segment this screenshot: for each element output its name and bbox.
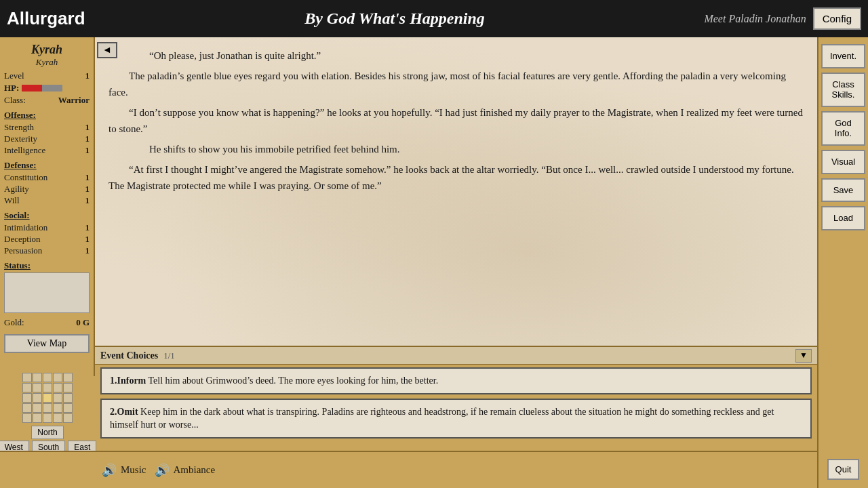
hp-bar	[22, 85, 62, 92]
intelligence-value: 1	[85, 145, 90, 156]
compass-cell	[22, 393, 32, 403]
compass-cell	[63, 403, 73, 413]
main-content: “Oh please, just Jonathan is quite alrig…	[95, 37, 817, 346]
deception-label: Deception	[4, 234, 40, 245]
gold-value: 0 G	[76, 317, 90, 328]
invent-button[interactable]: Invent.	[821, 44, 865, 68]
god-info-button[interactable]: God Info.	[821, 111, 865, 146]
character-name-sub: Kyrah	[4, 57, 90, 68]
music-label: Music	[121, 464, 146, 476]
class-skills-button[interactable]: Class Skills.	[821, 73, 865, 107]
compass-cell	[63, 393, 73, 403]
compass-cell	[53, 413, 62, 423]
ambiance-speaker-icon: 🔊	[155, 463, 170, 478]
constitution-value: 1	[85, 172, 90, 183]
load-button[interactable]: Load	[821, 206, 865, 230]
class-label: Class:	[4, 95, 26, 106]
right-panel: Invent. Class Skills. God Info. Visual S…	[817, 37, 868, 464]
event-title: By God What's Happening	[304, 9, 485, 28]
nav-buttons: North West South East	[0, 426, 96, 454]
compass-cell	[53, 373, 62, 382]
will-label: Will	[4, 195, 20, 206]
compass-cell	[33, 393, 42, 403]
event-choices-label: Event Choices	[100, 350, 158, 361]
dialogue-line-1: “Oh please, just Jonathan is quite alrig…	[129, 47, 804, 64]
right-bottom-panel: Quit	[817, 451, 868, 488]
compass-cell	[43, 403, 52, 413]
persuasion-label: Persuasion	[4, 245, 42, 256]
save-button[interactable]: Save	[821, 178, 865, 203]
choice-1-button[interactable]: 1.Inform Tell him about Grimwood’s deed.…	[100, 367, 812, 394]
hp-label: HP:	[4, 83, 19, 94]
gold-label: Gold:	[4, 317, 24, 328]
compass-cell	[53, 383, 62, 392]
dialogue-line-5: “At first I thought I might’ve angered t…	[108, 161, 804, 194]
hp-bar-fill	[22, 85, 42, 92]
compass-cell	[22, 373, 32, 382]
constitution-label: Constitution	[4, 172, 47, 183]
event-choices-bar: Event Choices 1/1 ▼	[95, 346, 817, 365]
dexterity-label: Dexterity	[4, 134, 37, 144]
north-button[interactable]: North	[31, 426, 63, 439]
visual-button[interactable]: Visual	[821, 150, 865, 174]
compass-cell	[22, 383, 32, 392]
level-value: 1	[85, 70, 90, 81]
config-button[interactable]: Config	[813, 7, 861, 30]
nav-area: North West South East	[0, 376, 95, 451]
npc-name: Meet Paladin Jonathan	[704, 13, 806, 25]
defense-section: Defense:	[4, 160, 90, 171]
intimidation-value: 1	[85, 222, 90, 233]
compass-grid	[22, 373, 73, 423]
will-value: 1	[85, 195, 90, 206]
gold-row: Gold: 0 G	[4, 317, 90, 328]
compass-cell	[43, 383, 52, 392]
agility-value: 1	[85, 184, 90, 195]
compass-cell	[33, 373, 42, 382]
hp-row: HP:	[4, 83, 90, 94]
compass-cell	[43, 413, 52, 423]
compass-cell-center	[43, 393, 52, 403]
view-map-button[interactable]: View Map	[4, 334, 90, 353]
compass-cell	[22, 403, 32, 413]
strength-label: Strength	[4, 122, 34, 133]
compass-cell	[63, 413, 73, 423]
dexterity-value: 1	[85, 134, 90, 144]
event-choices-dropdown[interactable]: ▼	[795, 349, 812, 363]
class-row: Class: Warrior	[4, 95, 90, 106]
intelligence-label: Intelligence	[4, 145, 45, 156]
compass-cell	[22, 413, 32, 423]
compass-cell	[63, 383, 73, 392]
class-value: Warrior	[58, 95, 90, 106]
strength-value: 1	[85, 122, 90, 133]
choice-2-button[interactable]: 2.Omit Keep him in the dark about what i…	[100, 399, 812, 439]
quit-button[interactable]: Quit	[827, 459, 860, 480]
music-control: 🔊 Music	[102, 463, 146, 478]
narrative-line-2: The paladin’s gentle blue eyes regard yo…	[108, 68, 804, 100]
choices-area: 1.Inform Tell him about Grimwood’s deed.…	[95, 365, 817, 451]
compass-cell	[43, 373, 52, 382]
event-choices-count: 1/1	[163, 350, 175, 361]
level-label: Level	[4, 70, 24, 81]
compass-cell	[63, 373, 73, 382]
compass-cell	[53, 393, 62, 403]
bottom-bar: 🔊 Music 🔊 Ambiance	[0, 451, 817, 488]
status-display	[4, 272, 90, 313]
status-box: Status:	[4, 260, 90, 313]
deception-value: 1	[85, 234, 90, 245]
app-title: Allurgard	[7, 8, 85, 29]
social-section: Social:	[4, 210, 90, 221]
compass-cell	[53, 403, 62, 413]
agility-label: Agility	[4, 184, 29, 195]
ambiance-control: 🔊 Ambiance	[155, 463, 216, 478]
compass-cell	[33, 413, 42, 423]
back-icon: ◄	[102, 45, 112, 56]
persuasion-value: 1	[85, 245, 90, 256]
intimidation-label: Intimidation	[4, 222, 47, 233]
ambiance-label: Ambiance	[174, 464, 216, 476]
character-name-display: Kyrah	[4, 43, 90, 57]
dialogue-line-3: “I don’t suppose you know what is happen…	[108, 104, 804, 137]
media-controls: 🔊 Music 🔊 Ambiance	[0, 463, 215, 478]
back-button[interactable]: ◄	[97, 42, 117, 58]
status-label: Status:	[4, 260, 90, 271]
top-bar: Allurgard By God What's Happening Meet P…	[0, 0, 868, 37]
